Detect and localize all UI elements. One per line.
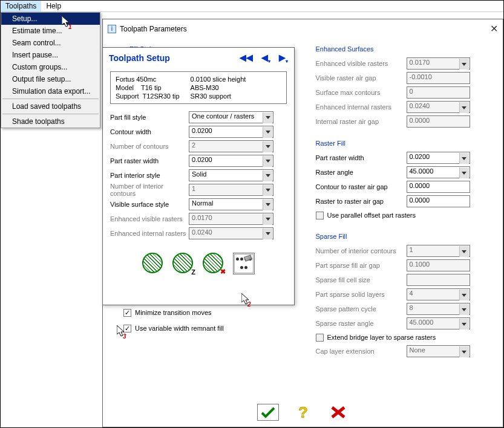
chk-extend-bridge[interactable] [316,334,324,342]
lbl-interior-style: Part interior style [110,172,189,179]
lbl-popup-evr: Enhanced visible rasters [110,215,189,222]
close-button[interactable]: ✕ [490,23,498,34]
support-row: Support T12SR30 tip [116,92,180,100]
lbl-enh-internal: Enhanced internal rasters [316,103,407,111]
menu-output-file[interactable]: Output file setup... [1,73,100,85]
dropdown-arrow-icon[interactable] [263,112,272,123]
input-sparse-angle[interactable]: 45.0000 [407,317,470,329]
input-sparse-solid[interactable]: 4 [407,288,470,300]
help-button[interactable]: ? [292,404,314,421]
input-contour-width[interactable]: 0.0200 [189,126,273,138]
nav-next-icon[interactable]: ▶▾ [279,53,288,64]
menu-toolpaths[interactable]: Toolpaths [1,1,41,11]
input-sparse-air-gap[interactable]: 0.1000 [407,259,470,271]
dropdown-arrow-icon[interactable] [263,127,272,138]
material: ABS-M30 [191,84,246,91]
dropdown-arrow-icon[interactable] [263,156,272,167]
input-raster-air-gap[interactable]: 0.0000 [407,195,470,207]
popup-title: Toolpath Setup [109,53,170,63]
popup-nav: ◀◀ ◀▾ ▶▾ [240,53,288,64]
lbl-num-contours: Number of contours [110,143,189,150]
lbl-max-contours: Surface max contours [316,89,407,96]
lbl-sparse-cycle: Sparse pattern cycle [316,305,407,313]
input-part-raster-width[interactable]: 0.0200 [407,152,470,164]
input-popup-eir[interactable]: 0.0240 [189,227,273,239]
dropdown-arrow-icon[interactable] [459,246,469,257]
dropdown-arrow-icon[interactable] [263,229,272,239]
input-sparse-cycle[interactable]: 8 [407,303,470,315]
input-enh-internal[interactable]: 0.0240 [407,101,470,113]
input-interior-style[interactable]: Solid [189,169,273,181]
dropdown-arrow-icon[interactable] [459,346,469,357]
menu-custom-groups[interactable]: Custom groups... [1,61,100,73]
info-icon: i [108,25,116,33]
nav-first-icon[interactable]: ◀◀ [240,53,253,64]
input-internal-air-gap[interactable]: 0.0000 [407,115,470,128]
dropdown-arrow-icon[interactable] [263,170,272,181]
input-enh-visible[interactable]: 0.0170 [407,57,470,70]
menu-load-saved[interactable]: Load saved toolpaths [1,100,100,112]
enhanced-surfaces-heading: Enhanced Surfaces [316,45,490,53]
popup-icon-row: Z ✖ [103,242,294,279]
input-fill-style[interactable]: One contour / rasters [189,111,273,123]
chk-parallel-offset[interactable] [316,212,324,219]
apply-delete-icon[interactable]: ✖ [203,253,224,274]
dropdown-arrow-icon[interactable] [263,199,272,210]
dropdown-arrow-icon[interactable] [459,304,469,315]
input-max-contours[interactable]: 0 [407,86,470,99]
dropdown-arrow-icon[interactable] [263,141,272,152]
input-raster-width[interactable]: 0.0200 [189,155,273,167]
input-interior-contours[interactable]: 1 [189,184,273,196]
input-contour-air-gap[interactable]: 0.0000 [407,181,470,193]
menu-sim-export[interactable]: Simulation data export... [1,85,100,97]
lbl-enh-visible: Enhanced visible rasters [316,60,407,67]
input-raster-angle[interactable]: 45.0000 [407,166,470,178]
menu-shade[interactable]: Shade toolpaths [1,115,100,128]
menu-insert-pause[interactable]: Insert pause... [1,49,100,61]
dropdown-arrow-icon[interactable] [459,290,469,300]
dropdown-arrow-icon[interactable] [263,185,272,196]
input-sparse-interior[interactable]: 1 [407,245,470,257]
lbl-internal-air-gap: Internal raster air gap [316,118,407,125]
lbl-extend-bridge: Extend bridge layer to sparse rasters [327,334,436,341]
input-sparse-cell[interactable] [407,274,470,286]
raster-fill-heading: Raster Fill [316,140,490,147]
lbl-sparse-interior: Number of interior contours [316,247,407,255]
lbl-interior-contours: Number of interior contours [110,183,189,197]
input-cap-extension[interactable]: None [407,345,470,357]
lbl-sparse-air-gap: Part sparse fill air gap [316,262,407,269]
toolpath-setup-popup: Toolpath Setup ◀◀ ◀▾ ▶▾ Fortus 450mc Mod… [102,47,295,305]
nav-prev-icon[interactable]: ◀▾ [261,53,270,64]
menu-separator [2,99,99,99]
dropdown-arrow-icon[interactable] [459,153,469,164]
apply-selection-icon[interactable] [233,253,255,274]
input-surface-style[interactable]: Normal [189,198,273,210]
dropdown-arrow-icon[interactable] [459,319,469,329]
input-num-contours[interactable]: 2 [189,140,273,152]
dropdown-arrow-icon[interactable] [459,167,469,178]
menu-help[interactable]: Help [41,1,66,11]
menu-setup[interactable]: Setup... [1,13,100,25]
cancel-button[interactable] [327,404,349,421]
lbl-raster-width: Part raster width [110,157,189,164]
apply-all-icon[interactable] [142,253,164,274]
apply-z-icon[interactable]: Z [172,253,194,274]
input-visible-air-gap[interactable]: -0.0010 [407,72,470,84]
lbl-cap-extension: Cap layer extension [316,348,407,355]
slice-height: 0.0100 slice height [191,76,246,83]
dropdown-arrow-icon[interactable] [459,102,469,113]
chk-remnant-fill[interactable] [123,325,131,332]
lbl-sparse-cell: Sparse fill cell size [316,276,407,284]
lbl-remnant-fill: Use variable width remnant fill [135,325,224,332]
dropdown-arrow-icon[interactable] [263,214,272,225]
input-popup-evr[interactable]: 0.0170 [189,213,273,225]
menu-seam-control[interactable]: Seam control... [1,37,100,49]
menu-estimate-time[interactable]: Estimate time... [1,25,100,37]
toolpaths-dropdown: Setup... Estimate time... Seam control..… [1,12,100,128]
chk-minimize-transition[interactable] [123,309,131,317]
lbl-sparse-angle: Sparse raster angle [316,320,407,327]
dropdown-arrow-icon[interactable] [459,59,469,70]
ok-button[interactable] [257,404,279,421]
lbl-popup-eir: Enhanced internal rasters [110,230,189,237]
lbl-raster-angle: Raster angle [316,169,407,176]
